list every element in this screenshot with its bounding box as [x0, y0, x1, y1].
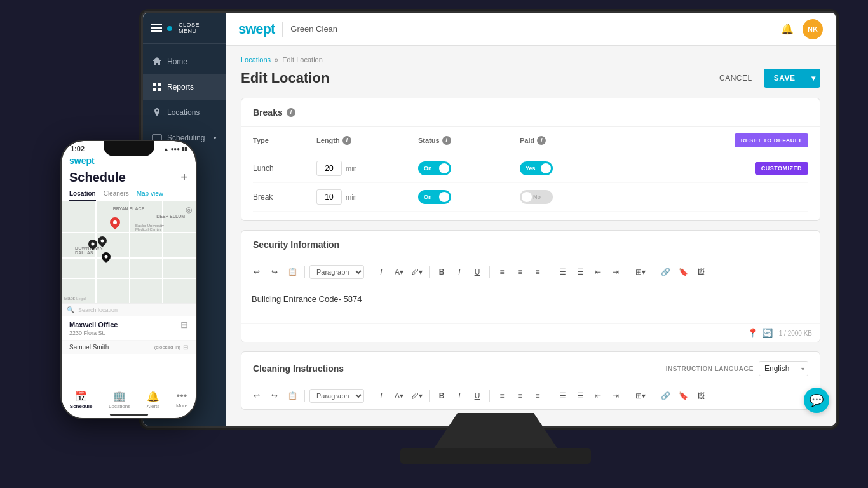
redo-btn[interactable]: ↪ [267, 264, 282, 280]
align-right-btn[interactable]: ≡ [530, 264, 545, 280]
align-center-btn2[interactable]: ≡ [512, 388, 527, 403]
location-icon[interactable]: 📍 [747, 328, 758, 338]
ol-btn[interactable]: ☰ [573, 264, 588, 280]
schedule-nav-label: Schedule [70, 403, 93, 409]
redo-btn2[interactable]: ↪ [267, 388, 282, 403]
lunch-length-input[interactable] [316, 161, 342, 176]
toolbar-sep [489, 390, 490, 402]
security-footer: 📍 🔄 1 / 2000 KB [241, 323, 820, 342]
indent-less-btn[interactable]: ⇤ [590, 264, 606, 280]
italic-btn2[interactable]: I [374, 388, 389, 403]
locations-nav-icon: 🏢 [113, 390, 126, 402]
location-expand-icon[interactable]: ⊟ [180, 320, 188, 330]
save-dropdown-icon[interactable]: ▾ [806, 69, 821, 88]
underline-btn[interactable]: U [470, 264, 485, 280]
svg-rect-2 [153, 88, 156, 91]
italic3-btn[interactable]: I [452, 388, 467, 403]
phone-tab-mapview[interactable]: Map view [137, 187, 163, 201]
bold-btn2[interactable]: B [434, 388, 449, 403]
search-icon: 🔍 [67, 306, 74, 313]
image-btn[interactable]: 🖼 [693, 264, 709, 280]
phone-screen: 1:02 ▲ ●●● ▮▮ swept Schedule + Location … [62, 141, 196, 418]
phone-map: BRYAN PLACE Baylor UniversityMedical Cen… [62, 201, 196, 303]
reset-to-default-button[interactable]: RESET TO DEFAULT [735, 133, 808, 147]
length-info-icon[interactable]: i [342, 136, 351, 145]
break-length-input[interactable] [316, 189, 342, 205]
break-paid-break: No [520, 190, 621, 204]
font-color-btn2[interactable]: A▾ [391, 388, 407, 403]
sidebar-item-reports[interactable]: Reports [143, 74, 226, 100]
break-status-break: On [418, 190, 520, 204]
phone: 1:02 ▲ ●●● ▮▮ swept Schedule + Location … [60, 140, 197, 419]
sidebar-item-home[interactable]: Home [143, 49, 226, 74]
search-placeholder[interactable]: Search location [78, 307, 118, 313]
indent-more-btn[interactable]: ⇥ [608, 264, 623, 280]
breadcrumb-parent[interactable]: Locations [241, 56, 271, 64]
hamburger-icon[interactable] [151, 24, 162, 32]
paragraph-select2[interactable]: Paragraph [309, 389, 364, 403]
font-color-btn[interactable]: A▾ [391, 264, 407, 280]
ol-btn2[interactable]: ☰ [573, 388, 588, 403]
translate-icon[interactable]: 🔄 [762, 328, 773, 338]
align-center-btn[interactable]: ≡ [512, 264, 527, 280]
phone-nav-more[interactable]: ••• More [176, 390, 187, 409]
phone-location-item[interactable]: Maxwell Office ⊟ 2230 Flora St. [62, 316, 196, 341]
table-btn2[interactable]: ⊞▾ [633, 388, 648, 403]
phone-nav-alerts[interactable]: 🔔 Alerts [147, 390, 159, 409]
language-select[interactable]: English French Spanish [759, 361, 808, 376]
phone-add-button[interactable]: + [180, 170, 188, 185]
break-status-toggle[interactable]: On [418, 190, 451, 204]
italic-btn[interactable]: I [374, 264, 389, 280]
italic2-btn[interactable]: I [452, 264, 467, 280]
align-left-btn[interactable]: ≡ [494, 264, 510, 280]
lunch-status-label: On [424, 165, 432, 172]
security-toolbar: ↩ ↪ 📋 Paragraph I A▾ 🖊▾ [241, 259, 820, 285]
notification-bell-icon[interactable]: 🔔 [781, 23, 794, 35]
align-left-btn2[interactable]: ≡ [494, 388, 510, 403]
break-paid-toggle[interactable]: No [520, 190, 553, 204]
phone-nav-locations[interactable]: 🏢 Locations [109, 390, 130, 409]
user-avatar[interactable]: NK [803, 19, 823, 39]
save-button[interactable]: SAVE ▾ [764, 69, 820, 88]
lunch-status-toggle[interactable]: On [418, 161, 451, 175]
undo-btn[interactable]: ↩ [249, 264, 264, 280]
security-content[interactable]: Building Entrance Code- 5874 [241, 285, 820, 323]
sidebar-header[interactable]: CLOSE MENU [143, 13, 226, 44]
paragraph-select[interactable]: Paragraph [309, 265, 364, 279]
ul-btn2[interactable]: ☰ [555, 388, 570, 403]
table-row: Lunch min On [253, 154, 808, 183]
image-btn2[interactable]: 🖼 [693, 388, 709, 403]
paid-info-icon[interactable]: i [537, 136, 546, 145]
map-pin-dark2 [96, 234, 109, 247]
status-info-icon[interactable]: i [442, 136, 451, 145]
link-btn[interactable]: 🔗 [658, 264, 673, 280]
align-right-btn2[interactable]: ≡ [530, 388, 545, 403]
lunch-paid-toggle[interactable]: Yes [520, 161, 553, 175]
bookmark-btn[interactable]: 🔖 [675, 264, 691, 280]
phone-home-indicator [110, 414, 148, 416]
phone-tab-location[interactable]: Location [69, 187, 96, 201]
breaks-info-icon[interactable]: i [287, 108, 295, 117]
break-paid-label: No [533, 194, 541, 200]
undo-btn2[interactable]: ↩ [249, 388, 264, 403]
save-label: SAVE [764, 69, 806, 88]
indent-less-btn2[interactable]: ⇤ [590, 388, 606, 403]
ul-btn[interactable]: ☰ [555, 264, 570, 280]
template-btn[interactable]: 📋 [285, 264, 300, 280]
lang-label: INSTRUCTION LANGUAGE [666, 365, 754, 372]
highlight-btn2[interactable]: 🖊▾ [409, 388, 424, 403]
phone-nav-schedule[interactable]: 📅 Schedule [70, 390, 93, 409]
cancel-button[interactable]: CANCEL [713, 70, 759, 86]
link-btn2[interactable]: 🔗 [658, 388, 673, 403]
phone-tab-cleaners[interactable]: Cleaners [104, 187, 129, 201]
underline-btn2[interactable]: U [470, 388, 485, 403]
lunch-paid-label: Yes [526, 165, 536, 172]
indent-more-btn2[interactable]: ⇥ [608, 388, 623, 403]
chat-button[interactable]: 💬 [804, 388, 829, 413]
bookmark-btn2[interactable]: 🔖 [675, 388, 691, 403]
sidebar-item-locations[interactable]: Locations [143, 100, 226, 125]
table-btn[interactable]: ⊞▾ [633, 264, 648, 280]
template-btn2[interactable]: 📋 [285, 388, 300, 403]
highlight-btn[interactable]: 🖊▾ [409, 264, 424, 280]
bold-btn[interactable]: B [434, 264, 449, 280]
